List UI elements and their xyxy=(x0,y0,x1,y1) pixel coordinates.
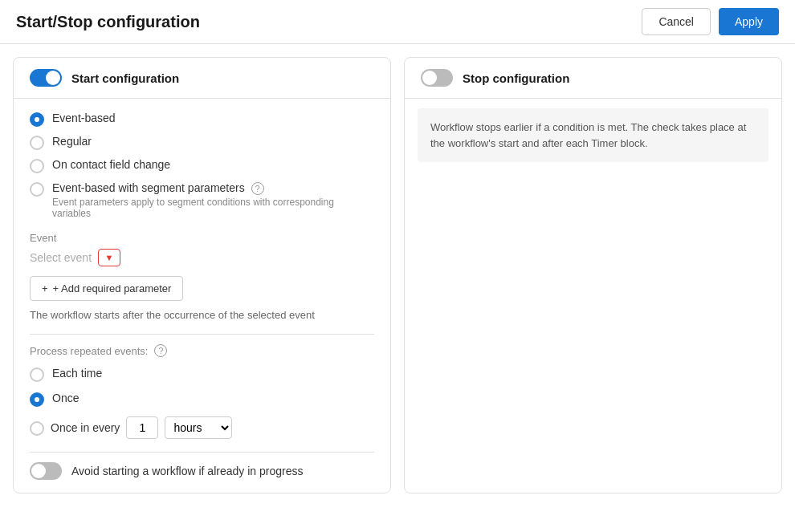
select-event-placeholder: Select event xyxy=(30,251,92,264)
add-required-param-button[interactable]: + + Add required parameter xyxy=(30,276,183,301)
radio-each-time-circle xyxy=(30,368,44,382)
header: Start/Stop configuration Cancel Apply xyxy=(0,0,795,44)
stop-panel-title: Stop configuration xyxy=(463,71,569,85)
radio-once-every-circle xyxy=(30,421,44,436)
avoid-toggle-thumb xyxy=(31,464,46,478)
workflow-info-text: The workflow starts after the occurrence… xyxy=(30,309,374,321)
start-panel-body: Event-based Regular On contact field cha… xyxy=(14,99,390,493)
divider-1 xyxy=(30,334,374,335)
process-repeated-help-icon[interactable]: ? xyxy=(154,344,167,357)
repeated-events-radio-group: Each time Once Once in every minutes hou… xyxy=(30,367,374,439)
start-toggle[interactable] xyxy=(30,69,62,87)
main-content: Start configuration Event-based Regular xyxy=(0,44,795,506)
stop-info-text: Workflow stops earlier if a condition is… xyxy=(418,108,768,162)
avoid-label: Avoid starting a workflow if already in … xyxy=(71,465,303,477)
radio-event-based-label: Event-based xyxy=(52,112,116,124)
plus-icon: + xyxy=(42,282,48,294)
radio-event-segment-sublabel: Event parameters apply to segment condit… xyxy=(52,197,374,219)
stop-toggle-track xyxy=(421,69,453,87)
radio-once-circle xyxy=(30,392,44,407)
radio-regular-circle xyxy=(30,136,44,150)
start-toggle-thumb xyxy=(46,71,60,85)
radio-option-once-every[interactable]: Once in every minutes hours days xyxy=(30,416,374,439)
avoid-toggle-track xyxy=(30,462,62,480)
radio-once-label: Once xyxy=(52,392,79,404)
radio-event-based-circle xyxy=(30,112,44,127)
process-repeated-label: Process repeated events: ? xyxy=(30,344,374,357)
cancel-button[interactable]: Cancel xyxy=(642,8,711,35)
radio-option-contact-field[interactable]: On contact field change xyxy=(30,158,374,173)
page-title: Start/Stop configuration xyxy=(16,13,200,31)
radio-option-once[interactable]: Once xyxy=(30,392,374,407)
radio-option-event-segment[interactable]: Event-based with segment parameters ? Ev… xyxy=(30,181,374,219)
event-section-label: Event xyxy=(30,232,374,244)
stop-toggle[interactable] xyxy=(421,69,453,87)
select-event-row: Select event ▼ xyxy=(30,249,374,266)
radio-regular-label: Regular xyxy=(52,135,92,148)
start-configuration-panel: Start configuration Event-based Regular xyxy=(13,57,391,493)
radio-event-segment-wrap: Event-based with segment parameters ? Ev… xyxy=(52,181,374,219)
divider-2 xyxy=(30,452,374,453)
start-type-radio-group: Event-based Regular On contact field cha… xyxy=(30,112,374,219)
start-toggle-track xyxy=(30,69,62,87)
start-panel-header: Start configuration xyxy=(14,58,390,99)
radio-event-segment-label: Event-based with segment parameters ? xyxy=(52,181,374,195)
radio-option-regular[interactable]: Regular xyxy=(30,135,374,150)
radio-contact-field-label: On contact field change xyxy=(52,158,170,171)
radio-each-time-label: Each time xyxy=(52,367,102,380)
radio-once-every-label: Once in every xyxy=(51,421,120,434)
radio-option-event-based[interactable]: Event-based xyxy=(30,112,374,127)
event-segment-help-icon[interactable]: ? xyxy=(251,182,264,195)
radio-event-segment-circle xyxy=(30,182,44,197)
select-event-dropdown-button[interactable]: ▼ xyxy=(98,249,120,266)
apply-button[interactable]: Apply xyxy=(719,8,779,35)
header-buttons: Cancel Apply xyxy=(642,8,779,35)
radio-event-based-label-wrap: Event-based xyxy=(52,112,116,124)
radio-option-each-time[interactable]: Each time xyxy=(30,367,374,382)
avoid-toggle[interactable] xyxy=(30,462,62,480)
stop-toggle-thumb xyxy=(422,71,437,85)
start-panel-title: Start configuration xyxy=(71,71,179,85)
avoid-starting-row: Avoid starting a workflow if already in … xyxy=(30,462,374,480)
chevron-down-icon: ▼ xyxy=(105,253,114,262)
once-every-unit-select[interactable]: minutes hours days xyxy=(165,416,232,439)
stop-panel-header: Stop configuration xyxy=(405,58,781,99)
add-param-label: + Add required parameter xyxy=(53,282,172,294)
stop-configuration-panel: Stop configuration Workflow stops earlie… xyxy=(404,57,782,493)
radio-contact-field-circle xyxy=(30,159,44,173)
once-every-input[interactable] xyxy=(126,416,158,439)
